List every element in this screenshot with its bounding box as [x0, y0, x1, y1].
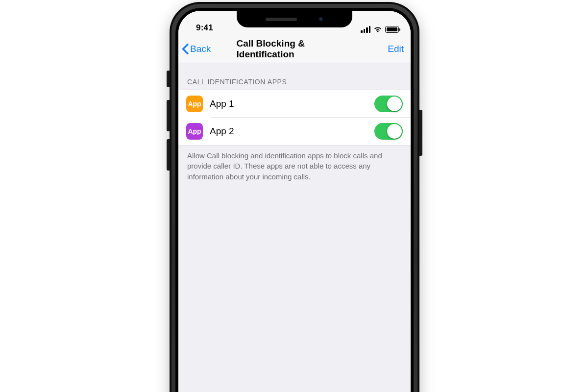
- speaker-grille: [266, 18, 297, 21]
- notch: [237, 11, 352, 27]
- screen: 9:41: [178, 11, 411, 392]
- app-label: App 1: [210, 98, 368, 109]
- list-item: App App 2: [178, 118, 411, 145]
- nav-bar: Back Call Blocking & Identification Edit: [178, 38, 411, 63]
- toggle-switch[interactable]: [374, 123, 403, 140]
- cellular-signal-icon: [361, 26, 370, 33]
- side-button: [419, 110, 422, 156]
- wifi-icon: [373, 26, 382, 33]
- chevron-left-icon: [181, 44, 189, 54]
- volume-up-button: [167, 100, 170, 131]
- battery-icon: [385, 26, 399, 33]
- back-button[interactable]: Back: [181, 44, 211, 54]
- page-title: Call Blocking & Identification: [237, 38, 353, 60]
- volume-down-button: [167, 139, 170, 171]
- section-footer: Allow Call blocking and identification a…: [178, 146, 411, 182]
- app-list: App App 1 App App 2: [178, 90, 411, 146]
- status-time: 9:41: [193, 23, 213, 33]
- app-icon: App: [186, 96, 203, 112]
- phone-frame: 9:41: [170, 2, 419, 392]
- section-header: CALL IDENTIFICATION APPS: [178, 63, 411, 90]
- app-icon: App: [186, 123, 203, 140]
- back-label: Back: [190, 44, 211, 54]
- status-icons: [361, 26, 399, 33]
- edit-button[interactable]: Edit: [388, 44, 404, 54]
- mute-switch: [167, 71, 170, 87]
- front-camera: [318, 17, 323, 22]
- list-item: App App 1: [178, 90, 411, 118]
- app-label: App 2: [210, 126, 368, 137]
- toggle-switch[interactable]: [374, 96, 403, 112]
